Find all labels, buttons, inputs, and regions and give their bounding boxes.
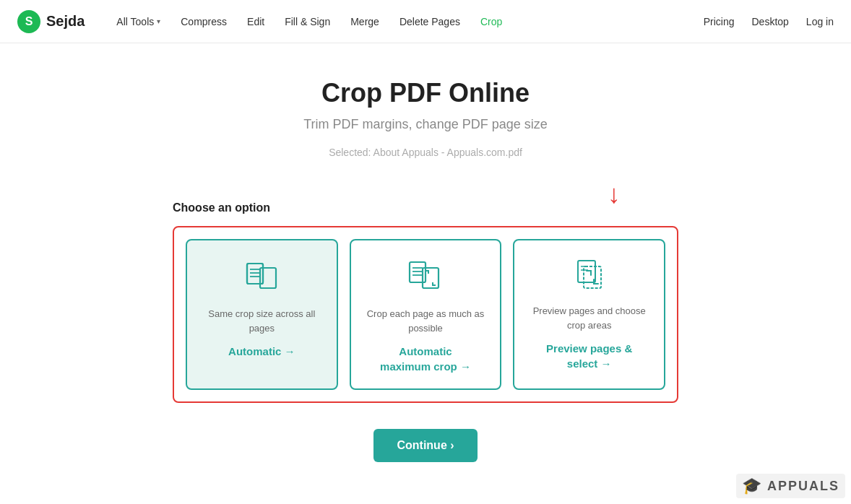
pricing-link[interactable]: Pricing	[704, 16, 735, 27]
logo-icon: S	[17, 10, 40, 33]
preview-crop-icon	[572, 258, 607, 295]
option-max-crop-desc: Crop each page as much as possible	[363, 307, 489, 335]
logo-link[interactable]: S Sejda	[17, 10, 85, 33]
page-subtitle: Trim PDF margins, change PDF page size	[303, 117, 547, 132]
nav-edit[interactable]: Edit	[238, 10, 273, 33]
option-automatic-label: Automatic →	[228, 344, 295, 359]
option-automatic-desc: Same crop size across all pages	[199, 307, 325, 335]
main-content: Crop PDF Online Trim PDF margins, change…	[0, 43, 851, 491]
option-preview-desc: Preview pages and choose crop areas	[526, 304, 652, 332]
watermark-text: APPUALS	[767, 479, 839, 494]
watermark-mascot-icon: 🎓	[742, 477, 761, 495]
option-max-crop-label: Automaticmaximum crop →	[380, 344, 471, 374]
nav-crop[interactable]: Crop	[472, 10, 511, 33]
login-link[interactable]: Log in	[806, 16, 834, 27]
chevron-down-icon: ▾	[157, 17, 160, 25]
nav-merge[interactable]: Merge	[342, 10, 388, 33]
navbar: S Sejda All Tools ▾ Compress Edit Fill &…	[0, 0, 851, 43]
options-container: Same crop size across all pages Automati…	[173, 226, 678, 403]
option-preview-label: Preview pages &select →	[546, 341, 632, 371]
watermark: 🎓 APPUALS	[736, 474, 845, 498]
nav-right: Pricing Desktop Log in	[704, 16, 834, 27]
document-pages-icon	[243, 258, 280, 298]
arrow-container: ↓	[173, 181, 678, 207]
red-arrow-icon: ↓	[608, 181, 621, 207]
page-title: Crop PDF Online	[321, 78, 530, 108]
option-maximum-crop[interactable]: Crop each page as much as possible Autom…	[350, 239, 502, 390]
nav-all-tools[interactable]: All Tools ▾	[108, 10, 169, 33]
document-crop-icon	[407, 258, 444, 298]
desktop-link[interactable]: Desktop	[751, 16, 788, 27]
nav-delete-pages[interactable]: Delete Pages	[391, 10, 469, 33]
selected-file-text: Selected: About Appuals - Appuals.com.pd…	[329, 147, 522, 158]
logo-text: Sejda	[46, 13, 85, 30]
nav-links: All Tools ▾ Compress Edit Fill & Sign Me…	[108, 10, 703, 33]
option-preview-select[interactable]: Preview pages and choose crop areas Prev…	[513, 239, 665, 390]
nav-compress[interactable]: Compress	[172, 10, 236, 33]
continue-button[interactable]: Continue ›	[373, 429, 477, 462]
option-automatic[interactable]: Same crop size across all pages Automati…	[186, 239, 338, 390]
nav-fill-sign[interactable]: Fill & Sign	[276, 10, 339, 33]
